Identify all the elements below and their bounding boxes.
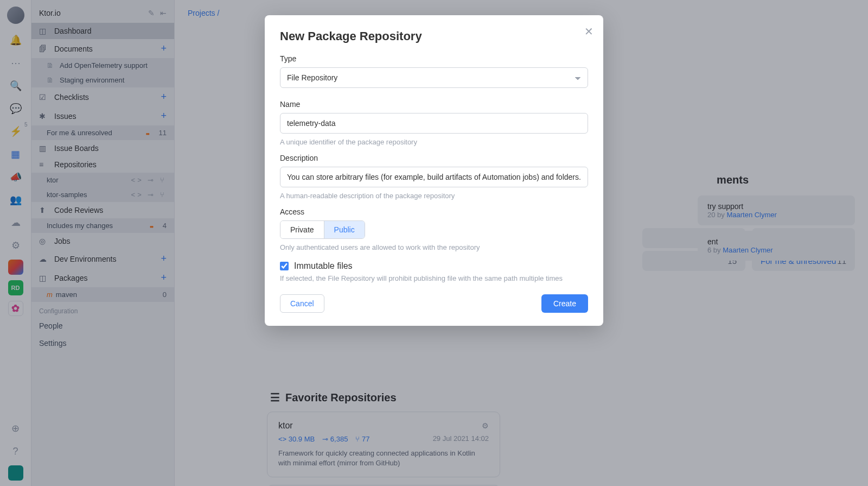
create-button[interactable]: Create bbox=[541, 294, 588, 313]
desc-label: Description bbox=[280, 154, 588, 162]
name-help: A unique identifier of the package repos… bbox=[280, 138, 588, 146]
immutable-label: Immutable files bbox=[294, 261, 353, 271]
name-input[interactable] bbox=[280, 113, 588, 134]
modal-overlay: ✕ New Package Repository Type File Repos… bbox=[0, 0, 868, 486]
desc-help: A human-readable description of the pack… bbox=[280, 192, 588, 200]
access-label: Access bbox=[280, 207, 588, 216]
access-help: Only authenticated users are allowed to … bbox=[280, 243, 588, 251]
type-label: Type bbox=[280, 54, 588, 63]
access-segmented: Private Public bbox=[280, 220, 365, 239]
desc-input[interactable] bbox=[280, 167, 588, 187]
type-select[interactable]: File Repository bbox=[280, 67, 588, 88]
modal-title: New Package Repository bbox=[280, 29, 588, 43]
access-private-button[interactable]: Private bbox=[280, 221, 324, 238]
name-label: Name bbox=[280, 100, 588, 109]
immutable-help: If selected, the File Repository will pr… bbox=[280, 274, 588, 282]
immutable-checkbox[interactable] bbox=[280, 262, 289, 270]
access-public-button[interactable]: Public bbox=[324, 221, 365, 238]
immutable-checkbox-row[interactable]: Immutable files bbox=[280, 261, 588, 271]
new-package-repo-modal: ✕ New Package Repository Type File Repos… bbox=[265, 15, 603, 326]
close-icon[interactable]: ✕ bbox=[584, 25, 593, 38]
cancel-button[interactable]: Cancel bbox=[280, 294, 324, 313]
